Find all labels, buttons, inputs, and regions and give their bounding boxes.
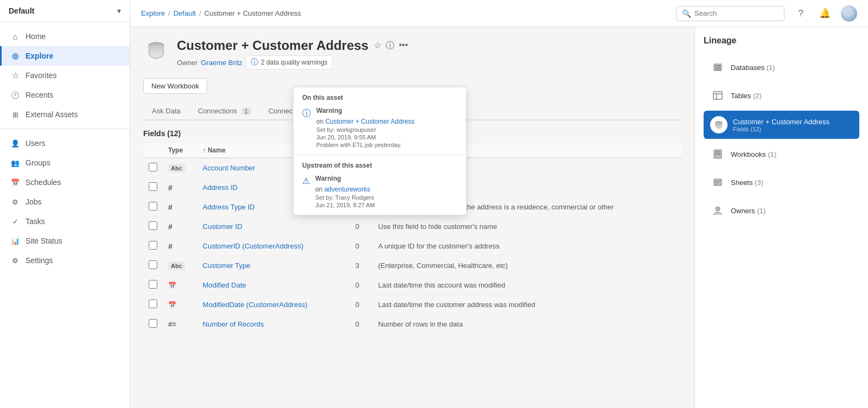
sidebar-item-recents[interactable]: 🕐 Recents [0, 85, 130, 105]
sidebar-item-jobs[interactable]: ⚙ Jobs [0, 192, 130, 212]
row-checkbox-cell[interactable] [143, 295, 163, 315]
svg-rect-10 [715, 151, 720, 152]
row-checkbox[interactable] [149, 299, 157, 308]
lineage-current-sub: Fields (12) [733, 126, 829, 132]
tab-ask-data[interactable]: Ask Data [143, 103, 189, 120]
favorites-icon: ☆ [10, 71, 20, 80]
field-name-link[interactable]: Account Number [203, 164, 256, 172]
lineage-tables-label: Tables (2) [731, 92, 762, 100]
breadcrumb-explore[interactable]: Explore [141, 9, 165, 17]
row-type: #= [163, 315, 197, 334]
row-type: 📅 [163, 276, 197, 295]
row-type: Abc [163, 256, 197, 276]
sidebar-item-tasks[interactable]: ✓ Tasks [0, 212, 130, 231]
lineage-item-owners[interactable]: Owners (1) [704, 197, 859, 224]
row-checkbox-cell[interactable] [143, 256, 163, 276]
warning-badge[interactable]: ⓘ 2 data quality warnings [246, 55, 333, 69]
popup-warning1-link[interactable]: Customer + Customer Address [326, 118, 414, 125]
more-icon[interactable]: ••• [399, 40, 408, 52]
sidebar-item-settings[interactable]: ⚙ Settings [0, 251, 130, 270]
workspace-chevron-icon[interactable]: ▾ [117, 7, 121, 15]
row-checkbox[interactable] [149, 280, 157, 289]
row-type: # [163, 237, 197, 256]
field-name-link[interactable]: ModifiedDate (CustomerAddress) [203, 301, 308, 309]
sidebar-item-label: Explore [25, 52, 53, 60]
row-checkbox[interactable] [149, 163, 157, 171]
row-checkbox-cell[interactable] [143, 315, 163, 334]
row-checkbox-cell[interactable] [143, 158, 163, 178]
sidebar-item-users[interactable]: 👤 Users [0, 133, 130, 153]
popup-warning1-icon: ⓘ [302, 108, 311, 119]
help-icon[interactable]: ? [793, 6, 808, 21]
favorite-icon[interactable]: ☆ [374, 40, 381, 52]
sidebar-item-label: External Assets [25, 110, 78, 119]
owner-link[interactable]: Graeme Britz [201, 59, 242, 67]
sidebar-item-site-status[interactable]: 📊 Site Status [0, 231, 130, 251]
users-icon: 👤 [10, 138, 20, 148]
row-checkbox[interactable] [149, 241, 157, 250]
row-checkbox-cell[interactable] [143, 197, 163, 217]
row-name[interactable]: Customer ID [197, 217, 342, 237]
row-name[interactable]: Modified Date [197, 276, 342, 295]
field-name-link[interactable]: CustomerID (CustomerAddress) [203, 242, 304, 250]
row-checkbox[interactable] [149, 182, 157, 191]
lineage-item-tables[interactable]: Tables (2) [704, 82, 859, 109]
lineage-item-sheets[interactable]: Sheets (3) [704, 169, 859, 195]
lineage-workbooks-icon [710, 146, 725, 162]
field-name-link[interactable]: Customer ID [203, 222, 242, 231]
breadcrumb-current: Customer + Customer Address [205, 9, 301, 17]
table-row: #= Number of Records 0 Number of rows in… [143, 315, 681, 334]
field-name-link[interactable]: Number of Records [203, 320, 264, 328]
lineage-item-databases[interactable]: Databases (1) [704, 54, 859, 80]
row-checkbox-cell[interactable] [143, 276, 163, 295]
lineage-item-current[interactable]: Customer + Customer Address Fields (12) [704, 111, 859, 139]
row-type: # [163, 178, 197, 197]
sidebar-item-label: Jobs [25, 197, 42, 206]
sidebar-item-label: Favorites [25, 71, 57, 80]
popup-section-upstream: Upstream of this asset ⚠ Warning on adve… [293, 155, 466, 215]
sidebar-item-explore[interactable]: ◎ Explore [0, 46, 130, 66]
sidebar-item-schedules[interactable]: 📅 Schedules [0, 173, 130, 192]
field-name-link[interactable]: Modified Date [203, 281, 246, 289]
breadcrumb-default[interactable]: Default [174, 9, 196, 17]
tab-ask-data-label: Ask Data [152, 107, 181, 115]
sidebar-item-external-assets[interactable]: ⊞ External Assets [0, 105, 130, 124]
search-bar[interactable]: 🔍 [676, 6, 784, 21]
row-sheets: 0 [342, 315, 373, 334]
popup-warning-1: ⓘ Warning on Customer + Customer Address… [302, 107, 457, 148]
info-icon[interactable]: ⓘ [386, 40, 394, 52]
lineage-tables-icon [710, 88, 725, 103]
lineage-workbooks-label: Workbooks (1) [731, 150, 776, 158]
search-input[interactable] [694, 9, 778, 17]
sidebar-item-favorites[interactable]: ☆ Favorites [0, 66, 130, 85]
popup-warning2-label: Warning [315, 175, 457, 182]
notifications-icon[interactable]: 🔔 [817, 6, 832, 21]
col-type[interactable]: Type [163, 143, 197, 158]
row-description: A unique ID for the customer's address [373, 237, 681, 256]
field-name-link[interactable]: Address ID [203, 183, 238, 192]
field-name-link[interactable]: Address Type ID [203, 203, 255, 211]
sidebar-item-groups[interactable]: 👥 Groups [0, 153, 130, 173]
row-checkbox[interactable] [149, 260, 157, 269]
tab-connections[interactable]: Connections 1 [189, 103, 260, 120]
row-checkbox-cell[interactable] [143, 178, 163, 197]
row-name[interactable]: ModifiedDate (CustomerAddress) [197, 295, 342, 315]
row-checkbox[interactable] [149, 221, 157, 230]
row-checkbox-cell[interactable] [143, 237, 163, 256]
field-name-link[interactable]: Customer Type [203, 262, 251, 270]
row-sheets: 3 [342, 256, 373, 276]
groups-icon: 👥 [10, 158, 20, 168]
lineage-item-workbooks[interactable]: Workbooks (1) [704, 141, 859, 167]
row-checkbox[interactable] [149, 202, 157, 211]
row-name[interactable]: Number of Records [197, 315, 342, 334]
row-checkbox-cell[interactable] [143, 217, 163, 237]
row-name[interactable]: CustomerID (CustomerAddress) [197, 237, 342, 256]
row-checkbox[interactable] [149, 319, 157, 328]
new-workbook-button[interactable]: New Workbook [143, 78, 207, 94]
svg-rect-4 [714, 69, 721, 71]
row-sheets: 0 [342, 217, 373, 237]
avatar[interactable] [841, 5, 857, 22]
row-name[interactable]: Customer Type [197, 256, 342, 276]
popup-warning2-link[interactable]: adventureworks [324, 186, 371, 193]
sidebar-item-home[interactable]: ⌂ Home [0, 27, 130, 46]
